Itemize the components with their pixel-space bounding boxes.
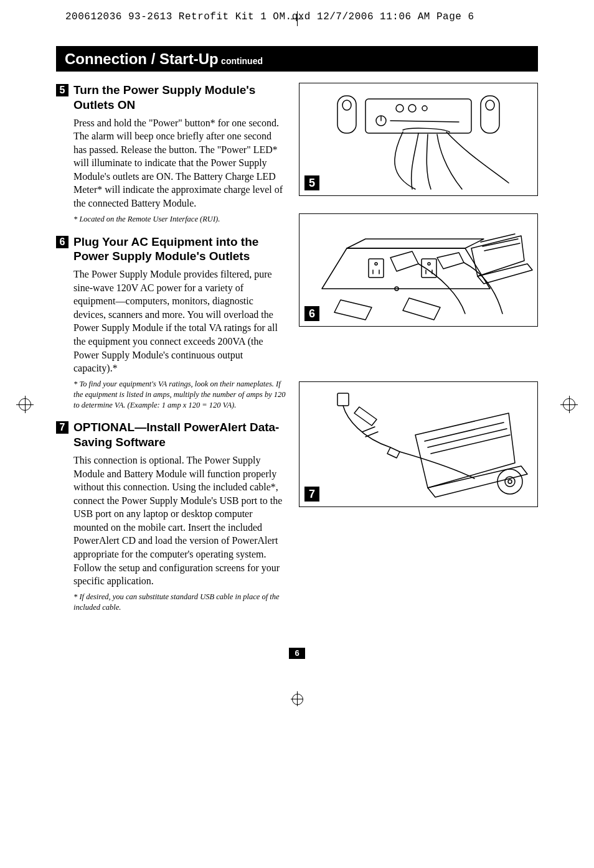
step-body: This connection is optional. The Power S…: [56, 454, 286, 588]
svg-rect-2: [481, 96, 499, 133]
banner-title: Connection / Start-Up: [65, 50, 219, 67]
top-registration-mark: [0, 16, 594, 31]
svg-point-11: [375, 263, 377, 265]
page-number: 6: [289, 648, 305, 659]
svg-line-21: [484, 243, 520, 251]
illustration-7: 7: [299, 381, 538, 507]
step-6: 6 Plug Your AC Equipment into the Power …: [56, 235, 286, 411]
step-footnote: * Located on the Remote User Interface (…: [56, 214, 286, 225]
illustration-5: 5: [299, 83, 538, 196]
svg-rect-0: [337, 96, 356, 133]
svg-rect-10: [369, 259, 384, 278]
svg-point-6: [408, 105, 416, 112]
step-footnote: * If desired, you can substitute standar…: [56, 592, 286, 613]
step-number-badge: 5: [56, 84, 68, 96]
svg-point-7: [422, 106, 427, 111]
svg-point-5: [396, 105, 403, 112]
step-title: Plug Your AC Equipment into the Power Su…: [73, 235, 286, 264]
step-title: Turn the Power Supply Module's Outlets O…: [73, 83, 286, 113]
banner-suffix: continued: [221, 56, 263, 66]
illustration-6: 6: [299, 213, 538, 327]
bottom-registration-mark: [0, 691, 594, 710]
step-footnote: * To find your equipment's VA ratings, l…: [56, 379, 286, 411]
power-button-drawing: [299, 83, 537, 195]
step-7: 7 OPTIONAL—Install PowerAlert Data-Savin…: [56, 420, 286, 612]
step-5: 5 Turn the Power Supply Module's Outlets…: [56, 83, 286, 225]
step-body: The Power Supply Module provides filtere…: [56, 268, 286, 375]
svg-rect-22: [337, 393, 349, 406]
svg-point-15: [428, 263, 430, 265]
step-body: Press and hold the "Power" button* for o…: [56, 116, 286, 210]
svg-point-28: [508, 480, 512, 483]
svg-point-1: [342, 100, 351, 110]
illustration-badge: 7: [304, 487, 319, 502]
plug-equipment-drawing: [299, 214, 537, 326]
usb-laptop-drawing: [299, 382, 537, 506]
step-title: OPTIONAL—Install PowerAlert Data-Saving …: [73, 420, 286, 450]
section-banner: Connection / Start-Up continued: [56, 46, 538, 72]
step-number-badge: 7: [56, 421, 68, 434]
svg-point-3: [486, 100, 494, 110]
illustration-badge: 6: [304, 306, 319, 321]
step-number-badge: 6: [56, 236, 68, 248]
illustration-badge: 5: [304, 175, 319, 190]
svg-point-26: [497, 469, 522, 494]
